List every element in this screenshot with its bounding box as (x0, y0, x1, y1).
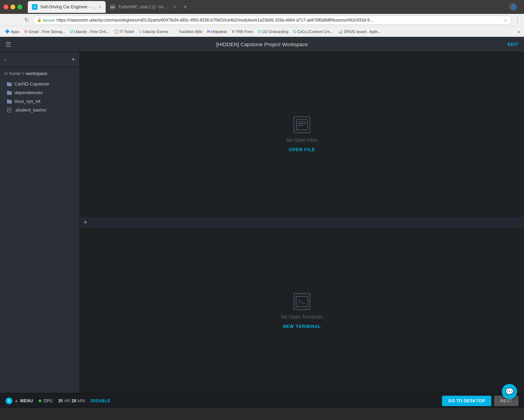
sidebar-collapse-button[interactable]: ‹ (4, 57, 6, 63)
chat-icon: 💬 (505, 387, 514, 396)
edit-button[interactable]: EDIT (507, 42, 518, 47)
workspace-body: ‹ + /> home > workspace CarND-Capsto (0, 52, 524, 393)
bookmark-it-ticket[interactable]: 📋 IT Ticket (113, 28, 136, 34)
it-ticket-icon: 📋 (114, 29, 119, 34)
helpdesk-label: Helpdesk (211, 30, 227, 34)
hamburger-menu-button[interactable]: ☰ (6, 41, 11, 48)
workspace-header: ☰ [HIDDEN] Capstone Project Workspace ED… (0, 37, 524, 52)
secure-badge: 🔒 Secure (37, 18, 55, 22)
udacity-logo-small: U (6, 397, 13, 404)
gpu-indicator: GPU (39, 398, 52, 403)
minimize-window-button[interactable] (10, 5, 15, 9)
breadcrumb-separator: > (22, 71, 26, 76)
wiki-label: Facilities Wiki (179, 30, 203, 34)
bookmark-drive-board[interactable]: 📊 DRiVE board - Agile... (336, 28, 382, 34)
browser-menu-button[interactable]: ⋮ (514, 16, 521, 24)
time-hours: 35 (58, 398, 63, 403)
editor-empty-state: No Open Files OPEN FILE (286, 116, 317, 152)
folder-icon-dependencies (7, 91, 12, 95)
coco-label: CoCo (Content Cre... (297, 30, 333, 34)
bookmark-yrb-form[interactable]: Y YRB Form (230, 29, 255, 34)
bottom-bar: U ▲ MENU GPU 35 HR 28 MIN DISABLE GO TO … (0, 393, 524, 408)
svg-rect-4 (296, 120, 308, 130)
file-name-dependencies: dependencies (15, 90, 43, 95)
drive-label: DRiVE board - Agile... (344, 30, 381, 34)
workspace-title: [HIDDEN] Capstone Project Workspace (17, 41, 507, 47)
bookmark-apps[interactable]: 🔷 Apps (3, 28, 21, 34)
apps-bookmark-label: Apps (11, 30, 19, 34)
refresh-button[interactable]: ↻ (23, 16, 30, 24)
udacity-bookmark-label: Udacity - Free Onli... (74, 30, 109, 34)
drive-icon: 📊 (338, 29, 343, 34)
secure-label: Secure (43, 18, 55, 22)
account-icon[interactable]: 👤 (509, 3, 517, 11)
tab-close-turbovnc[interactable]: × (173, 5, 176, 9)
tab-udacity[interactable]: U Self-Driving Car Engineer - U... × (28, 1, 106, 13)
bookmark-facilities-wiki[interactable]: 📄 Facilities Wiki (172, 28, 204, 34)
bookmark-coco[interactable]: C CoCo (Content Cre... (292, 29, 334, 34)
back-button[interactable]: ← (3, 16, 12, 24)
helpdesk-icon: H (207, 30, 210, 34)
udacity-bookmark-icon: U (70, 30, 73, 34)
gpu-status-dot (39, 400, 41, 402)
editor-pane: No Open Files OPEN FILE (80, 52, 524, 216)
terminal-pane: No Open Terminals NEW TERMINAL (80, 229, 524, 393)
coco-icon: C (293, 30, 296, 34)
bookmarks-more-button[interactable]: » (518, 29, 521, 34)
traffic-lights (3, 5, 22, 9)
file-tree: CarND-Capstone dependencies (0, 78, 80, 116)
breadcrumb-home[interactable]: home (9, 71, 21, 76)
maximize-window-button[interactable] (17, 5, 22, 9)
disable-gpu-button[interactable]: DISABLE (91, 398, 110, 403)
file-item-carnd-capstone[interactable]: CarND-Capstone (0, 80, 80, 88)
title-bar: U Self-Driving Car Engineer - U... × VNC… (0, 0, 524, 14)
file-item-student-bashrc[interactable]: .student_bashrc (0, 106, 80, 114)
tab-label-turbovnc: TurboVNC: unix:1 () - noVNC (118, 5, 170, 9)
close-window-button[interactable] (3, 5, 8, 9)
bookmark-cd-onboarding[interactable]: C CD Onboarding (257, 29, 290, 34)
bookmark-helpdesk[interactable]: H Helpdesk (206, 29, 228, 34)
bookmark-gmail[interactable]: M Gmail - Free Storag... (23, 29, 67, 34)
tab-turbovnc[interactable]: VNC TurboVNC: unix:1 () - noVNC × (106, 1, 180, 13)
address-bar: ← → ↻ 🔒 Secure https://classroom.udacity… (0, 14, 524, 26)
sidebar-toolbar: ‹ + (0, 52, 80, 67)
go-to-desktop-button[interactable]: GO TO DESKTOP (442, 396, 491, 406)
apps-bookmark-icon: 🔷 (5, 29, 10, 34)
editor-empty-text: No Open Files (286, 137, 317, 143)
open-file-button[interactable]: OPEN FILE (289, 147, 315, 152)
file-item-dependencies[interactable]: dependencies (0, 88, 80, 97)
url-text: https://classroom.udacity.com/nanodegree… (57, 18, 373, 23)
nav-buttons: ← → ↻ (3, 16, 30, 24)
menu-logo[interactable]: U ▲ MENU (6, 397, 33, 404)
new-terminal-button[interactable]: NEW TERMINAL (283, 324, 321, 329)
forward-button[interactable]: → (13, 16, 22, 24)
chat-button[interactable]: 💬 (502, 384, 517, 399)
new-tab-button[interactable]: + (180, 1, 190, 13)
file-name-linux: linux_sys_int (15, 99, 40, 104)
yrb-icon: Y (232, 30, 234, 34)
bookmark-star-button[interactable]: ☆ (503, 17, 508, 23)
menu-label: MENU (20, 398, 33, 403)
sidebar: ‹ + /> home > workspace CarND-Capsto (0, 52, 80, 393)
file-item-linux-sys-int[interactable]: linux_sys_int (0, 97, 80, 106)
breadcrumb-prefix: /> (4, 71, 9, 76)
tab-close-udacity[interactable]: × (99, 5, 101, 9)
time-minutes: 28 (72, 398, 76, 403)
events-label: Udacity Events (143, 30, 168, 34)
terminal-empty-icon (294, 293, 310, 310)
hr-label: HR (64, 398, 70, 403)
caret-up-icon: ▲ (15, 399, 18, 403)
address-input-container[interactable]: 🔒 Secure https://classroom.udacity.com/n… (33, 16, 511, 25)
breadcrumb-current: workspace (26, 71, 47, 76)
bookmark-udacity-events[interactable]: U Udacity Events (138, 29, 170, 34)
sidebar-add-button[interactable]: + (71, 56, 75, 64)
bookmark-udacity[interactable]: U Udacity - Free Onli... (69, 29, 110, 34)
cd-label: CD Onboarding (262, 30, 288, 34)
folder-icon-linux (7, 99, 12, 104)
pane-add-button[interactable]: + (83, 219, 88, 227)
breadcrumb: /> home > workspace (0, 67, 80, 78)
tab-bar: U Self-Driving Car Engineer - U... × VNC… (28, 1, 521, 13)
lock-icon: 🔒 (37, 18, 42, 22)
pane-divider: + (80, 216, 524, 229)
file-name-bashrc: .student_bashrc (15, 107, 47, 113)
